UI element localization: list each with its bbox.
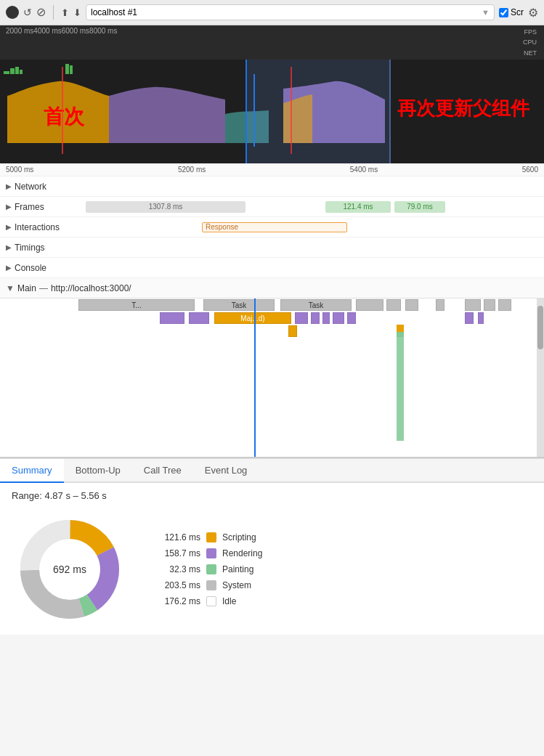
tab-call-tree[interactable]: Call Tree	[132, 459, 193, 483]
scrollbar-thumb[interactable]	[537, 306, 543, 349]
url-dropdown-icon[interactable]: ▼	[482, 8, 490, 17]
interactions-arrow: ▶	[6, 223, 12, 231]
ruler-label-4000: 4000 ms	[33, 27, 61, 58]
timings-arrow: ▶	[6, 243, 12, 251]
svg-rect-1	[10, 68, 15, 74]
frame-bar-1307: 1307.8 ms	[86, 201, 245, 213]
selection-range[interactable]	[245, 60, 391, 163]
task-4[interactable]	[386, 299, 401, 311]
timings-content	[86, 241, 538, 254]
network-text: Network	[15, 182, 46, 192]
purple-9[interactable]	[478, 312, 484, 324]
purple-4[interactable]	[311, 312, 320, 324]
orange-small[interactable]	[288, 325, 297, 337]
legend-row-idle: 176.2 ms Idle	[150, 596, 262, 606]
row-network[interactable]: ▶ Network	[0, 176, 544, 197]
scrollbar-track	[537, 298, 544, 457]
ruler-label-8000: 8000 ms	[89, 27, 117, 58]
green-column	[397, 325, 404, 441]
system-value: 203.5 ms	[150, 580, 200, 590]
task-7[interactable]	[465, 299, 481, 311]
timeline-overview: 2000 ms 4000 ms 6000 ms 8000 ms FPS CPU …	[0, 25, 544, 163]
url-input[interactable]	[91, 7, 479, 17]
fps-label: FPS	[524, 27, 537, 37]
annotation-first: 首次	[44, 103, 84, 131]
record-button[interactable]	[6, 6, 19, 19]
bottom-tabs: Summary Bottom-Up Call Tree Event Log	[0, 459, 544, 483]
screenshot-checkbox[interactable]	[499, 8, 508, 17]
summary-content: 692 ms 121.6 ms Scripting 158.7 ms Rende…	[12, 511, 532, 627]
overview-canvas[interactable]: 首次 再次更新父组件	[0, 60, 544, 163]
purple-7[interactable]	[347, 312, 356, 324]
tab-bottom-up[interactable]: Bottom-Up	[64, 459, 132, 483]
purple-5[interactable]	[322, 312, 330, 324]
cpu-label: CPU	[523, 37, 537, 47]
interactions-content: Response	[86, 221, 538, 234]
cancel-button[interactable]: ⊘	[36, 7, 46, 18]
console-arrow: ▶	[6, 264, 12, 272]
tab-event-log[interactable]: Event Log	[193, 459, 259, 483]
system-swatch	[206, 580, 216, 590]
task-8[interactable]	[484, 299, 495, 311]
screenshot-label: Scr	[511, 7, 524, 17]
task-9[interactable]	[498, 299, 511, 311]
maj-task[interactable]: Maj...d)	[214, 312, 291, 324]
flame-chart[interactable]: T... Task Task Maj...d)	[0, 298, 544, 458]
purple-2[interactable]	[189, 312, 209, 324]
svg-rect-2	[15, 67, 19, 74]
frames-arrow: ▶	[6, 203, 12, 211]
console-label[interactable]: ▶ Console	[6, 263, 86, 273]
tab-summary[interactable]: Summary	[0, 459, 64, 483]
donut-total: 692 ms	[53, 564, 86, 575]
row-console[interactable]: ▶ Console	[0, 258, 544, 278]
flame-row-1: T... Task Task	[0, 298, 544, 312]
purple-3[interactable]	[295, 312, 308, 324]
legend-row-rendering: 158.7 ms Rendering	[150, 548, 262, 558]
scale-5200: 5200 ms	[178, 166, 206, 174]
task-2[interactable]: Task	[280, 299, 352, 311]
task-6[interactable]	[436, 299, 444, 311]
network-label[interactable]: ▶ Network	[6, 182, 86, 192]
timeline-scale: 5000 ms 5200 ms 5400 ms 5600	[0, 163, 544, 176]
timeline-detail: 5000 ms 5200 ms 5400 ms 5600 ▶ Network ▶…	[0, 163, 544, 459]
frame-bar-121: 121.4 ms	[325, 201, 391, 213]
frames-content: 1307.8 ms 121.4 ms 79.0 ms	[86, 200, 538, 214]
interactions-text: Interactions	[15, 222, 60, 232]
flame-empty	[0, 338, 544, 454]
idle-swatch	[206, 596, 216, 606]
main-separator: —	[39, 283, 48, 293]
scripting-swatch	[206, 532, 216, 542]
svg-rect-5	[70, 65, 73, 74]
task-t[interactable]: T...	[78, 299, 195, 311]
summary-panel: Range: 4.87 s – 5.56 s 692 ms	[0, 483, 544, 635]
purple-1[interactable]	[160, 312, 184, 324]
timings-label[interactable]: ▶ Timings	[6, 243, 86, 253]
interactions-label[interactable]: ▶ Interactions	[6, 222, 86, 232]
toolbar-right: Scr ⚙	[499, 6, 538, 20]
download-button[interactable]: ⬇	[73, 7, 81, 18]
reload-button[interactable]: ↺	[23, 7, 32, 18]
row-frames[interactable]: ▶ Frames 1307.8 ms 121.4 ms 79.0 ms	[0, 197, 544, 217]
scale-5000: 5000 ms	[6, 166, 33, 174]
net-label: NET	[524, 48, 537, 58]
task-1[interactable]: Task	[203, 299, 275, 311]
network-arrow: ▶	[6, 182, 12, 190]
network-content	[86, 180, 538, 193]
marker-first	[62, 67, 63, 154]
row-interactions[interactable]: ▶ Interactions Response	[0, 217, 544, 237]
task-3[interactable]	[356, 299, 383, 311]
ruler-label-2000: 2000 ms	[6, 27, 33, 58]
legend-row-system: 203.5 ms System	[150, 580, 262, 590]
scale-5400: 5400 ms	[350, 166, 378, 174]
main-section-header[interactable]: ▼ Main — http://localhost:3000/	[0, 278, 544, 298]
purple-8[interactable]	[465, 312, 474, 324]
upload-button[interactable]: ⬆	[61, 7, 69, 18]
task-5[interactable]	[405, 299, 418, 311]
screenshot-toggle[interactable]: Scr	[499, 7, 524, 17]
frames-label[interactable]: ▶ Frames	[6, 202, 86, 212]
row-timings[interactable]: ▶ Timings	[0, 237, 544, 258]
marker-update	[291, 67, 292, 154]
rendering-value: 158.7 ms	[150, 548, 200, 558]
settings-button[interactable]: ⚙	[528, 6, 538, 20]
purple-6[interactable]	[333, 312, 344, 324]
